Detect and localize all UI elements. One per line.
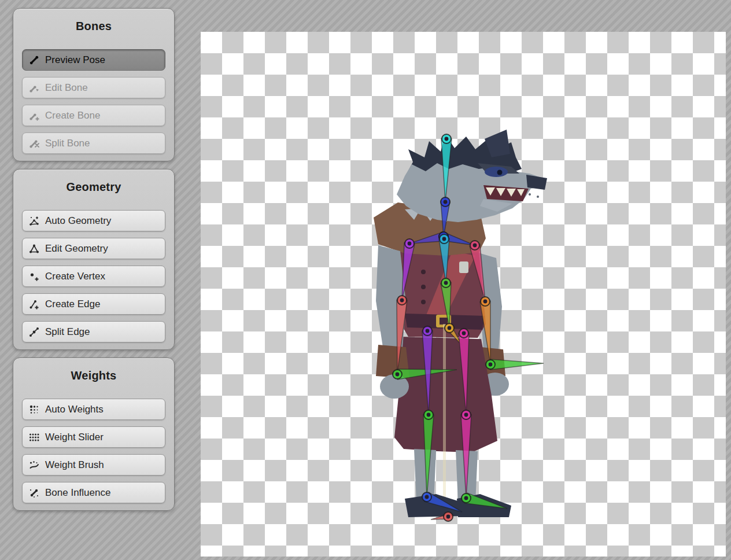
weight-brush-icon [28, 459, 40, 471]
button-label: Edit Geometry [45, 243, 108, 255]
panel-title-geometry: Geometry [13, 179, 174, 195]
skinning-editor: Bones Preview Pose Edit Bone Create Bone… [0, 0, 731, 560]
button-label: Create Bone [45, 110, 100, 121]
create-bone-button[interactable]: Create Bone [22, 105, 165, 126]
weight-brush-button[interactable]: Weight Brush [22, 454, 165, 476]
edit-bone-button[interactable]: Edit Bone [22, 77, 165, 98]
button-label: Create Vertex [45, 271, 105, 282]
button-label: Edit Bone [45, 82, 88, 94]
weight-slider-icon [28, 432, 40, 443]
button-label: Auto Weights [45, 404, 104, 415]
button-label: Split Edge [45, 326, 90, 338]
geometry-panel: Geometry Auto Geometry Edit Geometry Cre… [13, 169, 175, 350]
button-label: Create Edge [45, 299, 100, 310]
preview-pose-button[interactable]: Preview Pose [22, 49, 165, 71]
auto-weights-icon [28, 404, 40, 415]
split-edge-button[interactable]: Split Edge [22, 321, 165, 342]
split-bone-button[interactable]: Split Bone [22, 132, 165, 154]
edit-bone-icon [28, 82, 40, 94]
create-vertex-icon [28, 271, 40, 282]
panel-title-weights: Weights [13, 367, 174, 384]
bones-panel: Bones Preview Pose Edit Bone Create Bone… [13, 8, 175, 161]
edit-geometry-button[interactable]: Edit Geometry [22, 238, 165, 259]
button-label: Weight Brush [45, 459, 104, 471]
create-edge-icon [28, 299, 40, 310]
edit-geometry-icon [28, 243, 40, 255]
bone-influence-icon [28, 487, 40, 499]
weight-slider-button[interactable]: Weight Slider [22, 426, 165, 448]
auto-geometry-button[interactable]: Auto Geometry [22, 210, 165, 231]
button-label: Auto Geometry [45, 215, 111, 227]
bone-influence-button[interactable]: Bone Influence [22, 482, 165, 503]
create-vertex-button[interactable]: Create Vertex [22, 266, 165, 287]
button-label: Split Bone [45, 138, 90, 149]
button-label: Bone Influence [45, 487, 110, 499]
create-edge-button[interactable]: Create Edge [22, 293, 165, 315]
auto-weights-button[interactable]: Auto Weights [22, 399, 165, 420]
panel-title-bones: Bones [13, 18, 174, 34]
auto-geometry-icon [28, 215, 40, 227]
button-label: Preview Pose [45, 54, 105, 66]
button-label: Weight Slider [45, 432, 104, 443]
split-edge-icon [28, 326, 40, 338]
split-bone-icon [28, 138, 40, 149]
weights-panel: Weights Auto Weights Weight Slider Weigh… [13, 358, 175, 511]
create-bone-icon [28, 110, 40, 121]
preview-pose-icon [28, 54, 40, 66]
sprite-canvas[interactable] [201, 32, 726, 557]
